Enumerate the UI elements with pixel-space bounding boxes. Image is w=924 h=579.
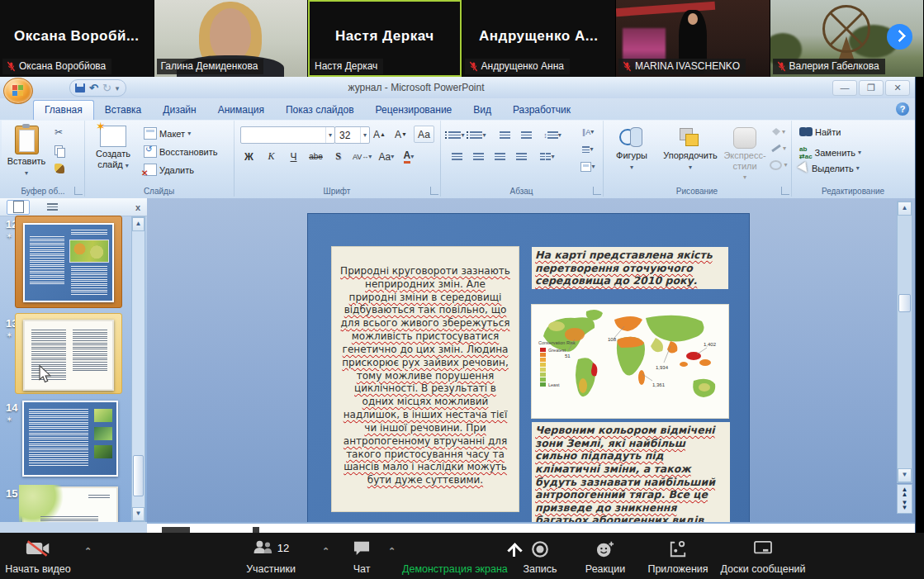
slides-tab[interactable] (7, 200, 30, 215)
arrange-button[interactable]: Упорядочить▾ (657, 127, 723, 171)
layout-button[interactable]: Макет▾ (144, 127, 191, 140)
world-map-image[interactable]: Conservation Risk Greatest Least 5 (532, 305, 728, 418)
restore-button[interactable]: ❐ (859, 80, 884, 96)
tab-pokaz-slaidov[interactable]: Показ слайдов (275, 101, 365, 120)
slides-pane-scrollbar[interactable]: ▲ ▼ (131, 216, 145, 522)
scroll-up-icon[interactable]: ▲ (898, 202, 912, 216)
participant-tile-marina[interactable]: MARINA IVASCHENKO (616, 0, 770, 77)
reactions-button[interactable]: Реакции (578, 533, 633, 579)
dialog-launcher-icon[interactable] (74, 187, 83, 195)
share-screen-button[interactable]: Демонстрация экрана (402, 533, 503, 579)
justify-button[interactable] (511, 148, 531, 166)
close-button[interactable]: ✕ (885, 80, 910, 96)
shapes-button[interactable]: Фигуры▾ (608, 127, 656, 171)
next-page-arrow-button[interactable] (887, 24, 912, 50)
tab-retsenzirovanie[interactable]: Рецензирование (365, 101, 463, 120)
undo-icon[interactable]: ↶ (89, 83, 98, 93)
previous-slide-button[interactable]: ▲▲ (902, 487, 908, 498)
increase-indent-button[interactable] (516, 126, 536, 145)
participant-tile-valeria[interactable]: Валерия Габелкова (770, 0, 924, 77)
tab-vid[interactable]: Вид (462, 101, 502, 120)
scroll-up-icon[interactable]: ▲ (132, 217, 145, 231)
participant-tile-nastya[interactable]: Настя Деркач Настя Деркач (308, 0, 462, 77)
copy-button[interactable] (54, 145, 64, 156)
slide-thumbnail-14[interactable] (22, 401, 118, 477)
cut-button[interactable]: ✂ (54, 127, 63, 137)
participant-tile-galina[interactable]: Галина Демиденкова (154, 0, 309, 77)
grow-font-button[interactable]: А▲ (369, 126, 390, 143)
participants-button[interactable]: 12 Участники (234, 533, 308, 579)
scroll-down-icon[interactable]: ▼ (132, 507, 145, 521)
align-text-button[interactable]: ▾ (578, 142, 598, 157)
line-spacing-button[interactable]: ↕▾ (543, 126, 562, 145)
office-button[interactable] (3, 78, 33, 104)
participant-tile-oksana[interactable]: Оксана Воробй... Оксана Воробйова (0, 0, 154, 77)
tab-vstavka[interactable]: Вставка (94, 101, 153, 120)
dialog-launcher-icon[interactable] (430, 187, 438, 195)
change-case-button[interactable]: Aa▾ (376, 148, 396, 165)
slide-scrollbar[interactable]: ▲ ▼ (897, 201, 912, 483)
tab-dizain[interactable]: Дизайн (152, 101, 206, 120)
underline-button[interactable]: Ч (283, 148, 304, 165)
redo-icon[interactable]: ↻ (102, 83, 111, 93)
close-pane-icon[interactable]: x (135, 202, 140, 212)
save-icon[interactable] (75, 83, 85, 93)
record-button[interactable]: Запись (514, 533, 566, 579)
font-color-button[interactable]: A▾ (398, 148, 419, 165)
slide-left-textbox[interactable]: Природні круговороти зазнають неприродни… (331, 246, 519, 512)
current-slide[interactable]: Природні круговороти зазнають неприродни… (307, 213, 750, 522)
slide-thumbnail-13[interactable] (15, 313, 122, 394)
font-name-combo[interactable]: ▾ (240, 126, 335, 144)
tab-razrabotchik[interactable]: Разработчик (502, 101, 581, 120)
quick-styles-button[interactable]: Экспресс-стили▾ (723, 127, 766, 182)
slide-thumbnail-15[interactable] (22, 486, 118, 522)
shape-effects-button[interactable]: ▾ (768, 159, 789, 171)
chat-button[interactable]: Чат (340, 533, 383, 579)
slide-right-textbox[interactable]: Червоним кольором відмічені зони Землі, … (532, 422, 730, 522)
align-right-button[interactable] (490, 148, 509, 166)
align-left-button[interactable] (447, 148, 467, 166)
paste-button[interactable]: Вставить ▾ (7, 126, 46, 177)
shape-outline-button[interactable]: ▾ (768, 142, 789, 154)
dialog-launcher-icon[interactable] (781, 187, 789, 195)
qat-dropdown-icon[interactable]: ▾ (116, 84, 120, 93)
tab-animatsiya[interactable]: Анимация (207, 101, 275, 120)
find-button[interactable]: Найти (799, 127, 841, 137)
dialog-launcher-icon[interactable] (593, 187, 601, 195)
format-painter-button[interactable] (54, 164, 64, 173)
shrink-font-button[interactable]: А▼ (391, 126, 411, 143)
help-icon[interactable]: ? (896, 102, 909, 116)
next-slide-button[interactable]: ▼▼ (902, 501, 908, 511)
notes-panel[interactable] (147, 522, 915, 533)
scroll-down-icon[interactable]: ▼ (898, 468, 912, 482)
bold-button[interactable]: Ж (239, 148, 259, 165)
scrollbar-thumb[interactable] (898, 294, 911, 312)
start-video-button[interactable]: Начать видео (0, 533, 76, 579)
numbering-button[interactable]: ▾ (468, 126, 488, 145)
clear-formatting-button[interactable]: Аа (414, 126, 434, 143)
new-slide-button[interactable]: Создать слайд ▾ (88, 126, 139, 169)
minimize-button[interactable]: — (832, 80, 857, 96)
character-spacing-button[interactable]: AV↔▾ (350, 148, 374, 165)
reset-slide-button[interactable]: Восстановить (144, 145, 217, 158)
text-direction-button[interactable]: ∥А▾ (578, 125, 598, 140)
align-center-button[interactable] (468, 148, 488, 166)
slide-right-heading-box[interactable]: На карті представлена якість перетворенн… (532, 247, 728, 289)
slide-thumbnail-12[interactable] (15, 216, 122, 308)
participant-tile-andrushchenko[interactable]: Андрущенко А... Андрущенко Анна (462, 0, 617, 77)
convert-smartart-button[interactable]: ▾ (578, 159, 598, 174)
select-button[interactable]: Выделить▾ (799, 164, 860, 173)
video-options-chevron[interactable]: ⌃ (84, 546, 92, 557)
whiteboards-button[interactable]: Доски сообщений (717, 533, 809, 579)
font-size-combo[interactable]: 32 ▾ (334, 126, 370, 144)
decrease-indent-button[interactable] (495, 126, 514, 145)
shape-fill-button[interactable]: ▾ (768, 126, 789, 138)
scrollbar-thumb[interactable] (133, 455, 144, 496)
outline-tab[interactable] (41, 201, 63, 214)
delete-slide-button[interactable]: Удалить (144, 164, 194, 176)
strikethrough-button[interactable]: abe (306, 148, 326, 165)
chat-options-chevron[interactable]: ⌃ (388, 546, 396, 557)
participants-options-chevron[interactable]: ⌃ (322, 546, 329, 557)
replace-button[interactable]: ab⇄ac Заменить▾ (799, 145, 861, 160)
italic-button[interactable]: К (261, 148, 282, 165)
